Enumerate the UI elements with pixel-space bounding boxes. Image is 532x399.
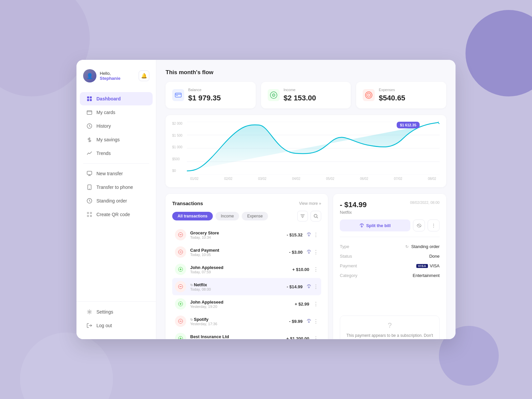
table-row[interactable]: ↻Netflix Today, 08:00 - $14.99 ⋮ [172,278,321,295]
filter-all-tab[interactable]: All transactions [172,212,213,220]
table-row[interactable]: Card Payment Today, 10:05 - $3.00 ⋮ [172,243,321,261]
tx-name: ↻Netflix [190,282,287,287]
sidebar-item-label: Settings [96,309,113,315]
filter-tabs: All transactions Income Expense [172,211,321,221]
sidebar-item-history[interactable]: History [80,119,153,133]
chart-x-labels: 01/02 02/02 03/02 04/02 05/02 06/02 07/0… [187,177,440,181]
status-label: Status [340,254,352,259]
dashboard-icon [86,96,92,102]
tx-time: Yesterday, 17:36 [190,322,289,326]
table-row[interactable]: John Appleseed Yesterday, 19:20 + $2.99 … [172,295,321,313]
tx-plus-icon [175,333,186,339]
tx-amount: + $2.99 [295,302,309,307]
notification-bell-icon[interactable]: 🔔 [139,70,149,81]
expenses-value: $540.65 [379,94,405,102]
sidebar-item-new-transfer[interactable]: New transfer [80,167,153,180]
flow-title: This month's flow [166,69,446,76]
split-icon[interactable] [307,232,311,238]
sidebar-item-label: Log out [96,323,112,328]
view-more-link[interactable]: View more » [299,201,321,206]
summary-cards: Balance $1 979.35 Income $2 153.00 [166,82,446,108]
trends-icon [86,150,92,156]
status-value: Done [429,254,440,259]
sidebar-item-dashboard[interactable]: Dashboard [80,92,153,105]
table-row[interactable]: ↻Spotify Yesterday, 17:36 - $9.99 ⋮ [172,313,321,330]
balance-label: Balance [188,88,221,92]
sidebar-item-logout[interactable]: Log out [80,319,153,332]
tx-amount: - $3.00 [289,250,303,255]
tx-name: ↻Spotify [190,317,289,322]
more-icon[interactable]: ⋮ [313,249,319,255]
nav-divider [83,163,149,164]
username-text: Stephanie [100,76,120,81]
detail-category-row: Category Entertainment [340,271,440,280]
sidebar-item-transfer-to-phone[interactable]: Transfer to phone [80,181,153,194]
filter-icon-btn[interactable] [297,211,308,221]
table-row[interactable]: John Appleseed Today, 07:59 + $10.00 ⋮ [172,261,321,278]
hide-icon-btn[interactable] [413,219,425,231]
sidebar-item-label: Transfer to phone [96,185,133,190]
tx-time: Today, 08:00 [190,287,287,291]
more-icon[interactable]: ⋮ [313,266,319,273]
more-icon[interactable]: ⋮ [313,335,319,339]
sidebar-header: 👤 Hello, Stephanie 🔔 [76,69,156,92]
card-icon [86,109,92,115]
detail-status-row: Status Done [340,251,440,261]
search-icon-btn[interactable] [311,211,321,221]
svg-rect-1 [90,96,92,98]
more-icon[interactable]: ⋮ [313,284,319,290]
sidebar-item-label: New transfer [96,171,123,176]
more-icon[interactable]: ⋮ [313,318,319,325]
detail-top-row: - $14.99 Netflix 08/02/2022, 08:00 [340,200,440,215]
filter-icons [297,211,321,221]
transactions-title: Transactions [172,200,203,206]
more-icon[interactable]: ⋮ [313,232,319,238]
split-bill-button[interactable]: Split the bill [340,219,410,231]
sidebar-item-settings[interactable]: Settings [80,305,153,319]
svg-rect-20 [90,215,91,216]
sidebar-item-trends[interactable]: Trends [80,147,153,160]
sidebar-item-label: My cards [96,110,115,115]
sidebar-item-my-cards[interactable]: My cards [80,106,153,119]
payment-value: VISA VISA [416,263,440,268]
detail-amount: - $14.99 [340,200,367,209]
svg-rect-15 [87,212,88,213]
question-mark-icon: ? [345,321,434,330]
filter-expense-tab[interactable]: Expense [242,212,268,220]
split-icon[interactable] [307,249,311,255]
tx-name: Best Insurance Ltd [190,334,286,339]
subscription-notice-text: This payment appears to be a subscriptio… [345,332,434,339]
more-options-btn[interactable]: ⋮ [428,219,440,231]
type-label: Type [340,244,349,249]
sidebar-item-my-savings[interactable]: My savings [80,133,153,146]
standing-order-icon [86,198,92,204]
main-content: This month's flow Balance $1 979.35 [156,60,456,339]
split-bill-label: Split the bill [366,223,391,228]
sidebar-item-standing-order[interactable]: Standing order [80,194,153,207]
svg-point-24 [89,311,90,313]
svg-point-30 [273,94,275,96]
tx-name: Card Payment [190,248,289,253]
table-row[interactable]: Grocery Store Today, 10:34 - $15.32 ⋮ [172,226,321,243]
subscription-notice: ? This payment appears to be a subscript… [340,316,440,339]
logout-icon [86,323,92,329]
transactions-header: Transactions View more » [172,200,321,206]
more-icon[interactable]: ⋮ [313,301,319,307]
split-icon[interactable] [307,284,311,290]
tx-minus-icon [175,316,186,327]
transfer-icon [86,171,92,177]
tx-minus-icon [175,229,186,240]
filter-income-tab[interactable]: Income [215,212,239,220]
tx-amount: + $1 200.00 [286,336,309,339]
detail-payment-row: Payment VISA VISA [340,261,440,271]
sidebar-item-create-qr-code[interactable]: Create QR code [80,208,153,221]
split-icon[interactable] [307,319,311,324]
balance-icon [172,89,184,101]
chart-y-labels: $2 000 $1 500 $1 000 $500 $0 [172,122,183,173]
table-row[interactable]: Best Insurance Ltd Yesterday, 15:00 + $1… [172,330,321,339]
expenses-card: Expenses $540.65 [356,82,446,108]
user-info: Hello, Stephanie [100,71,120,81]
qr-icon [86,211,92,217]
app-container: 👤 Hello, Stephanie 🔔 Dashboard [76,60,456,339]
category-label: Category [340,273,357,278]
